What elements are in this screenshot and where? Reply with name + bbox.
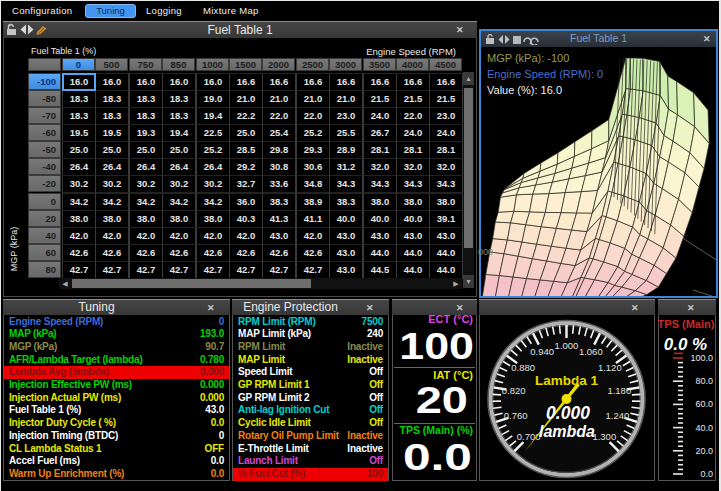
svg-text:1.300: 1.300 [592, 431, 616, 442]
svg-text:0.760: 0.760 [504, 410, 528, 421]
svg-text:0.700: 0.700 [517, 431, 541, 442]
svg-text:Lambda 1: Lambda 1 [535, 373, 599, 388]
svg-text:lambda: lambda [539, 423, 595, 440]
svg-text:0.940: 0.940 [530, 346, 554, 357]
svg-text:0.820: 0.820 [502, 385, 526, 396]
svg-text:1.240: 1.240 [606, 410, 630, 421]
svg-text:40.0: 40.0 [695, 423, 713, 433]
svg-text:1.120: 1.120 [598, 362, 622, 373]
svg-text:100.0: 100.0 [690, 353, 713, 363]
svg-text:80.0: 80.0 [695, 376, 713, 386]
svg-text:1.000: 1.000 [555, 340, 579, 351]
svg-text:0.880: 0.880 [511, 362, 535, 373]
svg-text:1.060: 1.060 [579, 346, 603, 357]
svg-text:0.0: 0.0 [700, 469, 713, 479]
svg-text:1.180: 1.180 [607, 385, 631, 396]
svg-text:0.000: 0.000 [546, 403, 590, 423]
svg-text:60.0: 60.0 [695, 399, 713, 409]
svg-text:20.0: 20.0 [695, 446, 713, 456]
